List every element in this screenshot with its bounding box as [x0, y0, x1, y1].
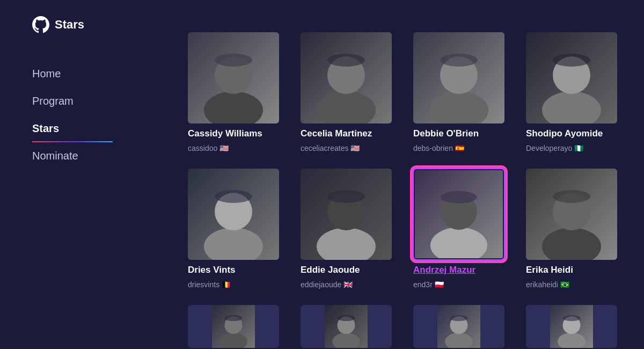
svg-point-19	[215, 190, 252, 203]
star-photo	[301, 169, 392, 260]
svg-point-43	[450, 315, 468, 321]
svg-point-27	[441, 191, 477, 203]
star-card[interactable]	[301, 305, 392, 348]
star-photo	[526, 305, 617, 348]
star-card[interactable]	[188, 305, 279, 348]
star-handle: erikaheidi 🇧🇷	[526, 280, 617, 289]
star-photo	[188, 32, 279, 123]
star-name: Debbie O'Brien	[413, 128, 504, 140]
nav-nominate[interactable]: Nominate	[32, 142, 113, 170]
star-name: Eddie Jaoude	[301, 264, 392, 276]
main-content: Cassidy Williamscassidoo 🇺🇸 Cecelia Mart…	[123, 0, 644, 349]
star-handle: ceceliacreates 🇺🇸	[301, 144, 392, 152]
svg-point-35	[225, 315, 243, 321]
svg-point-15	[553, 54, 590, 67]
star-photo	[526, 32, 617, 123]
star-handle: eddiejaoude 🇬🇧	[301, 280, 392, 289]
sidebar: Stars Home Program Stars Nominate	[0, 0, 123, 349]
star-photo	[188, 169, 279, 260]
star-photo	[188, 305, 279, 348]
svg-point-47	[563, 315, 581, 321]
star-card[interactable]	[526, 305, 617, 348]
svg-point-7	[327, 54, 365, 67]
svg-point-39	[338, 315, 355, 321]
star-photo	[413, 305, 504, 348]
star-name: Cecelia Martinez	[301, 128, 392, 140]
star-photo	[413, 169, 504, 260]
star-card[interactable]: Erika Heidierikaheidi 🇧🇷	[526, 169, 617, 289]
star-card[interactable]: Andrzej Mazurend3r 🇵🇱	[413, 169, 504, 289]
star-handle: Developerayo 🇳🇬	[526, 144, 617, 152]
star-card[interactable]: Cecelia Martinezceceliacreates 🇺🇸	[301, 32, 392, 152]
star-card[interactable]: Dries Vintsdriesvints 🇧🇪	[188, 169, 279, 289]
star-card[interactable]: Cassidy Williamscassidoo 🇺🇸	[188, 32, 279, 152]
logo: Stars	[32, 16, 113, 33]
stars-grid: Cassidy Williamscassidoo 🇺🇸 Cecelia Mart…	[188, 32, 623, 348]
star-name: Dries Vints	[188, 264, 279, 276]
logo-text: Stars	[55, 18, 84, 32]
star-handle: cassidoo 🇺🇸	[188, 144, 279, 152]
nav-home[interactable]: Home	[32, 60, 113, 88]
nav-program[interactable]: Program	[32, 88, 113, 115]
github-icon	[32, 16, 49, 33]
star-handle: driesvints 🇧🇪	[188, 280, 279, 289]
svg-point-3	[215, 54, 252, 67]
svg-point-23	[327, 190, 365, 203]
star-name: Andrzej Mazur	[413, 264, 504, 276]
star-name: Cassidy Williams	[188, 128, 279, 140]
svg-point-31	[553, 190, 590, 203]
star-photo	[526, 169, 617, 260]
star-photo	[301, 32, 392, 123]
svg-point-11	[440, 54, 478, 67]
star-name: Shodipo Ayomide	[526, 128, 617, 140]
star-handle: end3r 🇵🇱	[413, 280, 504, 289]
star-card[interactable]	[413, 305, 504, 348]
star-card[interactable]: Eddie Jaoudeeddiejaoude 🇬🇧	[301, 169, 392, 289]
star-name: Erika Heidi	[526, 264, 617, 276]
star-card[interactable]: Debbie O'Briendebs-obrien 🇪🇸	[413, 32, 504, 152]
nav-stars[interactable]: Stars	[32, 115, 113, 142]
star-card[interactable]: Shodipo AyomideDeveloperayo 🇳🇬	[526, 32, 617, 152]
star-handle: debs-obrien 🇪🇸	[413, 144, 504, 152]
star-photo	[413, 32, 504, 123]
star-photo	[301, 305, 392, 348]
